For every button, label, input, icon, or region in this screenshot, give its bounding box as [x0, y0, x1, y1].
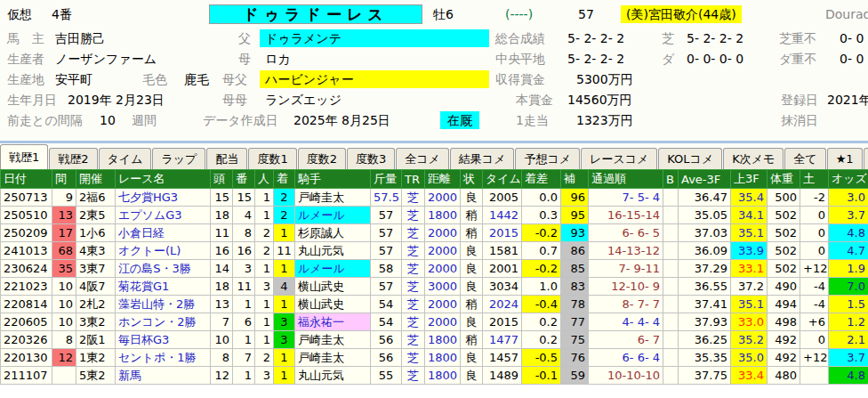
cell-dist: 2000 [425, 313, 461, 331]
cell-venue: 2東5 [76, 207, 116, 224]
table-row[interactable]: 220814102札2藻岩山特・2勝13111横山武史54芝2000稍2024-… [1, 296, 868, 313]
column-header-interval[interactable]: 間 [52, 170, 76, 189]
cell-odds: 3.7 [829, 349, 868, 367]
table-row[interactable]: 220605103東2ホンコン・2勝7613福永祐一54芝2000良20150.… [1, 313, 868, 331]
cell-weight: 54 [371, 313, 402, 331]
cell-gate: 1 [233, 367, 255, 385]
cell-b [663, 313, 679, 331]
cell-interval [52, 367, 76, 385]
column-header-jockey[interactable]: 騎手 [295, 170, 371, 189]
table-row[interactable]: 241013684東3オクトー(L)1616211丸山元気57芝2000良158… [1, 242, 868, 260]
table-row[interactable]: 220130121東2セントポ・1勝8721戸崎圭太56芝1800良1457-0… [1, 349, 868, 367]
tab-dosuu2[interactable]: 度数2 [298, 148, 346, 169]
interval-value: 10 [100, 111, 116, 129]
cell-gate: 1 [233, 331, 255, 349]
cell-interval: 35 [52, 260, 76, 278]
column-header-gate[interactable]: 番 [233, 170, 255, 189]
cell-heads: 16 [211, 242, 233, 260]
column-header-pop[interactable]: 人 [255, 170, 274, 189]
tab-kjika-memo[interactable]: K次メモ [723, 148, 784, 169]
tab-dosuu3[interactable]: 度数3 [347, 148, 395, 169]
cell-interval: 8 [52, 331, 76, 349]
column-header-hosei[interactable]: 補 [561, 170, 589, 189]
column-header-time[interactable]: タイム [483, 170, 522, 189]
tab-senreki1[interactable]: 戦歴1 [0, 144, 48, 169]
cell-hosei: 85 [561, 260, 589, 278]
turf-label: 芝 [662, 29, 674, 47]
cell-pass: 7- 5- 4 [589, 189, 663, 207]
cell-wdiff: -4 [800, 296, 829, 313]
cell-pass: 10-10-10 [589, 367, 663, 385]
earned-value: 5300万円 [576, 70, 633, 88]
column-header-last3f[interactable]: 上3F [731, 170, 768, 189]
tab-lap[interactable]: ラップ [152, 148, 205, 169]
column-header-pass[interactable]: 通過順 [589, 170, 663, 189]
column-header-race[interactable]: レース名 [116, 170, 211, 189]
cell-b [663, 260, 679, 278]
tab-star1[interactable]: ★1 [827, 148, 863, 169]
cell-track: 芝 [402, 278, 425, 296]
cell-wdiff: +12 [800, 349, 829, 367]
cell-heads: 14 [211, 260, 233, 278]
tab-kol-come[interactable]: KOLコメ [658, 148, 722, 169]
column-header-cond[interactable]: 状 [461, 170, 483, 189]
column-header-track[interactable]: TR [402, 170, 425, 189]
interval-unit: 週間 [132, 111, 157, 129]
birthplace-value: 安平町 [55, 70, 92, 88]
tab-senreki2[interactable]: 戦歴2 [49, 148, 97, 169]
per-run-value: 1323万円 [576, 111, 633, 129]
blinker-mark: (----) [505, 5, 533, 23]
central-label: 中央平地 [495, 50, 545, 68]
cell-bw: 490 [768, 278, 800, 296]
cell-interval: 9 [52, 189, 76, 207]
column-header-dist[interactable]: 距離 [425, 170, 461, 189]
cell-ave3f: 37.29 [679, 260, 731, 278]
tab-time[interactable]: タイム [99, 148, 152, 169]
tab-yosou-come[interactable]: 予想コメ [515, 148, 580, 169]
tab-star2[interactable]: ★2 [864, 148, 868, 169]
column-header-odds[interactable]: オッズ [829, 170, 868, 189]
birthplace-label: 生産地 [7, 70, 44, 88]
cell-weight: 55 [371, 367, 402, 385]
cell-weight: 54 [371, 296, 402, 313]
dam-label: 母 [238, 50, 251, 68]
cell-dist: 2000 [425, 296, 461, 313]
table-row[interactable]: 250510132東5エプソムG318412ルメール57芝1800稍14420.… [1, 207, 868, 224]
damdam-value: ランズエッジ [265, 91, 342, 109]
cell-track: 芝 [402, 331, 425, 349]
table-row[interactable]: 25071392福6七夕賞HG3151512戸崎圭太57.5芝2000良2005… [1, 189, 868, 207]
column-header-b[interactable]: B [663, 170, 679, 189]
tab-dosuu1[interactable]: 度数1 [248, 148, 296, 169]
tab-zen-come[interactable]: 全コメ [396, 148, 449, 169]
tab-kekka-come[interactable]: 結果コメ [450, 148, 515, 169]
cell-pass: 14-13-12 [589, 242, 663, 260]
tab-race-come[interactable]: レースコメ [581, 148, 657, 169]
cell-heads: 11 [211, 224, 233, 242]
column-header-venue[interactable]: 開催 [76, 170, 116, 189]
table-row[interactable]: 250209171小6小倉日経11821杉原誠人57芝2000稍2015-0.2… [1, 224, 868, 242]
column-header-wdiff[interactable]: 土 [800, 170, 829, 189]
cell-b [663, 296, 679, 313]
cell-gate: 4 [233, 207, 255, 224]
cell-interval: 10 [52, 313, 76, 331]
table-row[interactable]: 22032682阪1毎日杯G310113戸崎圭太56芝1800稍14770.27… [1, 331, 868, 349]
cell-wdiff [800, 367, 829, 385]
cell-jockey: 戸崎圭太 [295, 349, 371, 367]
column-header-margin[interactable]: 着差 [522, 170, 561, 189]
dirt-record: 0- 0- 0- 0 [687, 50, 743, 68]
column-header-finish[interactable]: 着 [274, 170, 295, 189]
prize-label: 本賞金 [516, 91, 553, 109]
cell-gate: 8 [233, 224, 255, 242]
table-row[interactable]: 230624353東7江の島S・3勝14311ルメール58芝2000良2001-… [1, 260, 868, 278]
cell-last3f: 33.9 [731, 242, 768, 260]
column-header-bw[interactable]: 体重 [768, 170, 800, 189]
column-header-date[interactable]: 日付 [1, 170, 52, 189]
column-header-ave3f[interactable]: Ave-3F [679, 170, 731, 189]
column-header-heads[interactable]: 頭 [211, 170, 233, 189]
cell-bw: 500 [768, 189, 800, 207]
column-header-weight[interactable]: 斤量 [371, 170, 402, 189]
tab-subete[interactable]: 全て [784, 148, 825, 169]
tab-haito[interactable]: 配当 [206, 148, 247, 169]
table-row[interactable]: 2111075東2新馬12131丸山元気55芝1800良1489-0.15910… [1, 367, 868, 385]
table-row[interactable]: 221023104阪7菊花賞G1181134横山武史57芝3000良30341.… [1, 278, 868, 296]
